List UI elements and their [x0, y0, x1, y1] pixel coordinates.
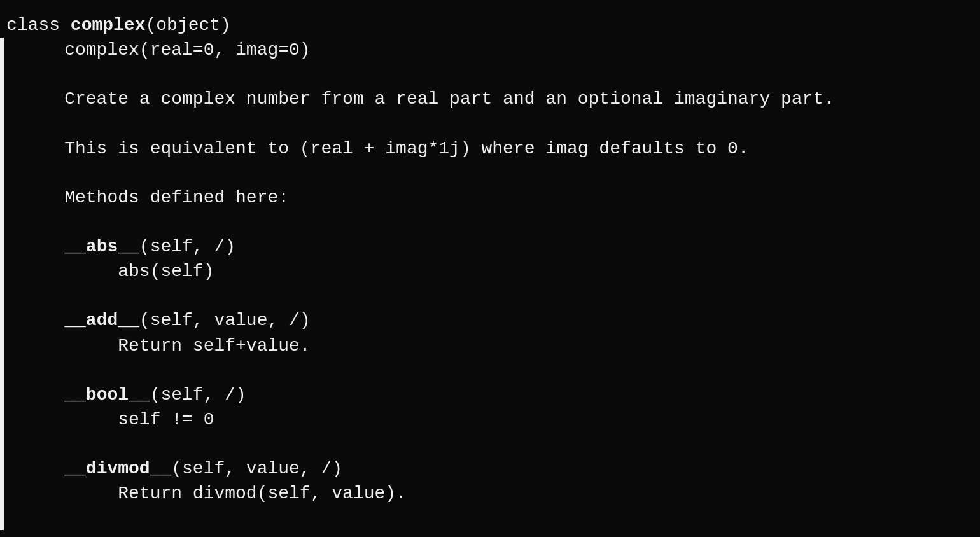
- line-16: __bool__(self, /): [0, 382, 980, 407]
- vertical-bar: [0, 210, 4, 234]
- line-19: __divmod__(self, value, /): [0, 456, 980, 481]
- method-divmod: __divmod__: [64, 459, 171, 478]
- line-8: Methods defined here:: [0, 185, 980, 210]
- vertical-bar: [0, 432, 4, 456]
- line-16-content: __bool__(self, /): [4, 382, 246, 407]
- line-13-content: __add__(self, value, /): [4, 308, 311, 333]
- class-name: complex: [71, 15, 146, 35]
- vertical-bar: [0, 358, 4, 382]
- line-13: __add__(self, value, /): [0, 308, 980, 333]
- line-11: abs(self): [0, 259, 980, 284]
- line-11-content: abs(self): [4, 259, 214, 284]
- line-17-content: self != 0: [4, 407, 214, 432]
- line-5: [0, 112, 980, 136]
- vertical-bar: [0, 506, 4, 530]
- line-10: __abs__(self, /): [0, 234, 980, 259]
- method-add: __add__: [64, 310, 139, 330]
- line-4-content: Create a complex number from a real part…: [4, 87, 834, 111]
- line-18: [0, 432, 980, 456]
- line-1: class complex(object): [0, 13, 980, 38]
- line-12: [0, 284, 980, 308]
- line-8-content: Methods defined here:: [4, 185, 289, 210]
- line-3: [0, 62, 980, 87]
- line-15: [0, 358, 980, 382]
- line-6-content: This is equivalent to (real + imag*1j) w…: [4, 136, 749, 161]
- vertical-bar: [0, 161, 4, 185]
- line-10-content: __abs__(self, /): [4, 234, 235, 259]
- vertical-bar: [0, 112, 4, 136]
- vertical-bar: [0, 62, 4, 87]
- line-1-content: class complex(object): [0, 13, 231, 38]
- line-17: self != 0: [0, 407, 980, 432]
- line-20-content: Return divmod(self, value).: [4, 481, 407, 506]
- vertical-bar: [0, 284, 4, 308]
- line-2-content: complex(real=0, imag=0): [4, 38, 311, 62]
- line-4: Create a complex number from a real part…: [0, 87, 980, 111]
- line-6: This is equivalent to (real + imag*1j) w…: [0, 136, 980, 161]
- code-display: class complex(object) complex(real=0, im…: [0, 0, 980, 537]
- line-20: Return divmod(self, value).: [0, 481, 980, 506]
- line-2: complex(real=0, imag=0): [0, 38, 980, 62]
- line-21: [0, 506, 980, 530]
- line-14: Return self+value.: [0, 333, 980, 358]
- method-bool: __bool__: [64, 385, 150, 405]
- line-7: [0, 161, 980, 185]
- line-9: [0, 210, 980, 234]
- method-abs: __abs__: [64, 237, 139, 256]
- line-19-content: __divmod__(self, value, /): [4, 456, 342, 481]
- line-14-content: Return self+value.: [4, 333, 311, 358]
